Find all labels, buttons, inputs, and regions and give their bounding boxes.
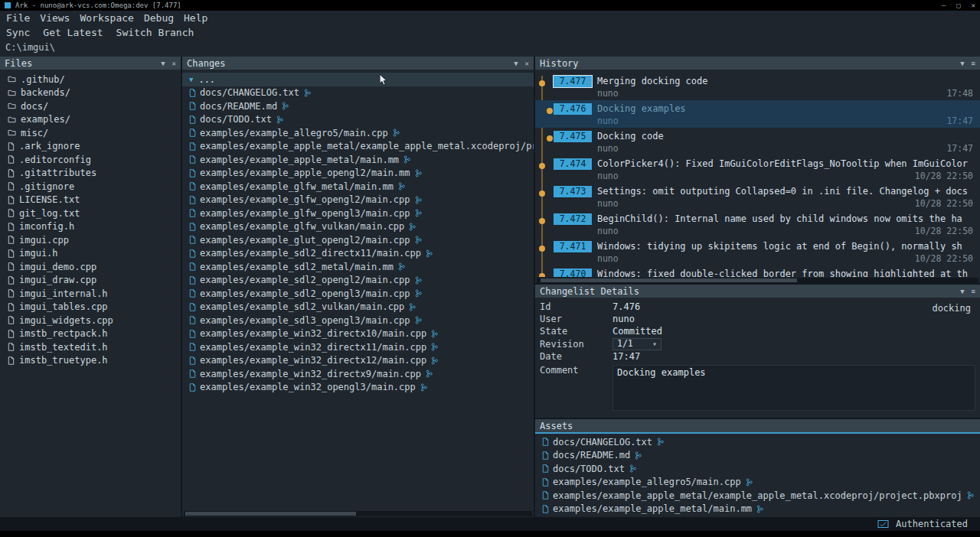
changed-file-row[interactable]: examples/example_apple_opengl2/main.mm (182, 167, 534, 181)
changes-horizontal-scrollbar[interactable] (184, 511, 532, 516)
file-tree-item[interactable]: .gitignore (0, 180, 181, 194)
comment-box[interactable]: Docking examples (612, 365, 975, 411)
changed-file-row[interactable]: examples/example_win32_opengl3/main.cpp (182, 381, 534, 395)
menu-item[interactable]: Help (184, 12, 207, 24)
close-icon[interactable]: ✕ (172, 60, 176, 67)
scrollbar-thumb[interactable] (541, 278, 797, 282)
file-tree-item[interactable]: imgui_tables.cpp (0, 301, 181, 314)
menu-item[interactable]: Workspace (80, 12, 133, 24)
toolbar-button[interactable]: Sync (6, 27, 30, 38)
changed-file-row[interactable]: examples/example_sdl2_metal/main.mm (182, 260, 534, 274)
menu-item[interactable]: Views (40, 12, 70, 24)
close-icon[interactable]: ✕ (525, 60, 529, 67)
changed-file-row[interactable]: docs/README.md (182, 99, 534, 113)
file-tree-item[interactable]: imgui_draw.cpp (0, 274, 181, 288)
chevron-down-icon[interactable]: ▾ (652, 339, 657, 349)
scrollbar-thumb[interactable] (185, 512, 356, 516)
asset-row[interactable]: docs/README.md (535, 449, 980, 463)
changed-file-row[interactable]: examples/example_sdl2_opengl2/main.cpp (182, 274, 534, 288)
file-tree-item[interactable]: imstb_truetype.h (0, 354, 181, 368)
changed-file-row[interactable]: examples/example_glut_opengl2/main.cpp (182, 233, 534, 247)
changed-file-row[interactable]: examples/example_glfw_opengl2/main.cpp (182, 194, 534, 207)
files-panel: Files ▼ ✕ .github/ (0, 57, 181, 517)
changed-file-row[interactable]: examples/example_sdl2_vulkan/main.cpp (182, 301, 534, 314)
filter-icon[interactable]: ▼ (960, 60, 964, 67)
changed-file-row[interactable]: docs/TODO.txt (182, 113, 534, 127)
file-tree-item[interactable]: git_log.txt (0, 207, 181, 220)
file-tree-item[interactable]: misc/ (0, 126, 181, 140)
file-tree-item[interactable]: backends/ (0, 86, 181, 100)
changed-file-row[interactable]: docs/CHANGELOG.txt (182, 86, 534, 100)
changed-file-row[interactable]: examples/example_glfw_opengl3/main.cpp (182, 207, 534, 220)
changed-file-row[interactable]: examples/example_sdl2_directx11/main.cpp (182, 247, 534, 261)
details-field-row[interactable]: Date 17:47 ▾ (540, 350, 975, 363)
menu-icon[interactable]: ≡ (972, 60, 975, 67)
close-button[interactable]: ✕ (972, 2, 975, 9)
history-commit-row[interactable]: 7.471 Windows: tidying up skipitems logi… (535, 238, 980, 265)
changed-file-row[interactable]: examples/example_win32_directx12/main.cp… (182, 354, 534, 368)
changed-file-row[interactable]: examples/example_win32_directx9/main.cpp (182, 367, 534, 381)
file-tree-item[interactable]: imconfig.h (0, 220, 181, 234)
file-tree-item[interactable]: LICENSE.txt (0, 194, 181, 207)
filter-icon[interactable]: ▼ (161, 60, 165, 67)
expander-icon[interactable]: ▼ (189, 76, 193, 83)
file-tree-item[interactable]: imgui.h (0, 247, 181, 261)
minimize-button[interactable]: – (942, 2, 946, 9)
changed-file-row[interactable]: examples/example_glfw_metal/main.mm (182, 180, 534, 194)
menu-item[interactable]: Debug (144, 12, 174, 24)
file-tree-item[interactable]: imgui_demo.cpp (0, 260, 181, 274)
details-field-row[interactable]: State Committed ▾ (540, 325, 975, 337)
file-tree-item[interactable]: .github/ (0, 73, 181, 86)
changed-file-row[interactable]: examples/example_apple_metal/main.mm (182, 153, 534, 167)
details-field-row[interactable]: Id 7.476 ▾ (540, 301, 975, 313)
asset-row[interactable]: docs/CHANGELOG.txt (535, 435, 980, 449)
history-commit-row[interactable]: 7.476 Docking examples nuno 17:47 (535, 100, 980, 128)
asset-row[interactable]: examples/example_apple_metal/example_app… (535, 489, 980, 503)
toolbar-button[interactable]: Get Latest (43, 27, 103, 38)
changed-file-row[interactable]: examples/example_win32_directx10/main.cp… (182, 327, 534, 341)
changes-root-row[interactable]: ▼ ... (182, 73, 534, 86)
history-commit-row[interactable]: 7.470 Windows: fixed double-clicked bord… (535, 265, 980, 277)
file-icon (189, 102, 196, 110)
changed-file-path: examples/example_win32_directx12/main.cp… (200, 355, 426, 366)
commit-time: 10/28 22:50 (915, 198, 973, 210)
maximize-button[interactable]: ▢ (956, 2, 960, 9)
changed-file-row[interactable]: examples/example_sdl2_opengl3/main.cpp (182, 287, 534, 301)
branch-icon (304, 89, 311, 97)
menu-item[interactable]: File (6, 12, 30, 24)
changed-file-row[interactable]: examples/example_glfw_vulkan/main.cpp (182, 220, 534, 234)
file-tree-item[interactable]: .editorconfig (0, 153, 181, 167)
history-commit-row[interactable]: 7.474 ColorPicker4(): Fixed ImGuiColorEd… (535, 155, 980, 183)
file-icon (189, 356, 196, 365)
asset-row[interactable]: docs/TODO.txt (535, 462, 980, 476)
file-tree-item[interactable]: imgui_widgets.cpp (0, 314, 181, 327)
history-commit-row[interactable]: 7.475 Docking code nuno 17:47 (535, 128, 980, 155)
details-field-row[interactable]: User nuno ▾ (540, 313, 975, 325)
history-commit-row[interactable]: 7.477 Merging docking code nuno 17:48 (535, 73, 980, 100)
file-tree-item[interactable]: imgui_internal.h (0, 287, 181, 301)
changed-file-row[interactable]: examples/example_sdl3_opengl3/main.cpp (182, 314, 534, 327)
filter-icon[interactable]: ▼ (514, 60, 518, 67)
changed-file-row[interactable]: examples/example_win32_directx11/main.cp… (182, 340, 534, 354)
file-tree-item[interactable]: docs/ (0, 99, 181, 113)
file-icon (189, 369, 196, 378)
menu-icon[interactable]: ≡ (972, 288, 975, 295)
file-tree-item[interactable]: imgui.cpp (0, 233, 181, 247)
asset-row[interactable]: examples/example_apple_metal/main.mm (535, 503, 980, 516)
toolbar-button[interactable]: Switch Branch (116, 27, 194, 38)
file-tree-item[interactable]: imstb_textedit.h (0, 340, 181, 354)
history-commit-row[interactable]: 7.472 BeginChild(): Internal name used b… (535, 210, 980, 238)
file-icon (189, 316, 196, 324)
changed-file-row[interactable]: examples/example_allegro5/main.cpp (182, 126, 534, 140)
details-field-row[interactable]: Revision 1/1 ▾ (540, 338, 975, 350)
history-horizontal-scrollbar[interactable] (537, 278, 978, 283)
file-tree-item[interactable]: .ark_ignore (0, 140, 181, 154)
commit-message: Docking code (597, 131, 664, 142)
changed-file-row[interactable]: examples/example_apple_metal/example_app… (182, 140, 534, 154)
filter-icon[interactable]: ▼ (960, 288, 964, 295)
file-tree-item[interactable]: examples/ (0, 113, 181, 127)
history-commit-row[interactable]: 7.473 Settings: omit outputing Collapsed… (535, 183, 980, 210)
file-tree-item[interactable]: .gitattributes (0, 167, 181, 181)
asset-row[interactable]: examples/example_allegro5/main.cpp (535, 476, 980, 490)
file-tree-item[interactable]: imstb_rectpack.h (0, 327, 181, 341)
